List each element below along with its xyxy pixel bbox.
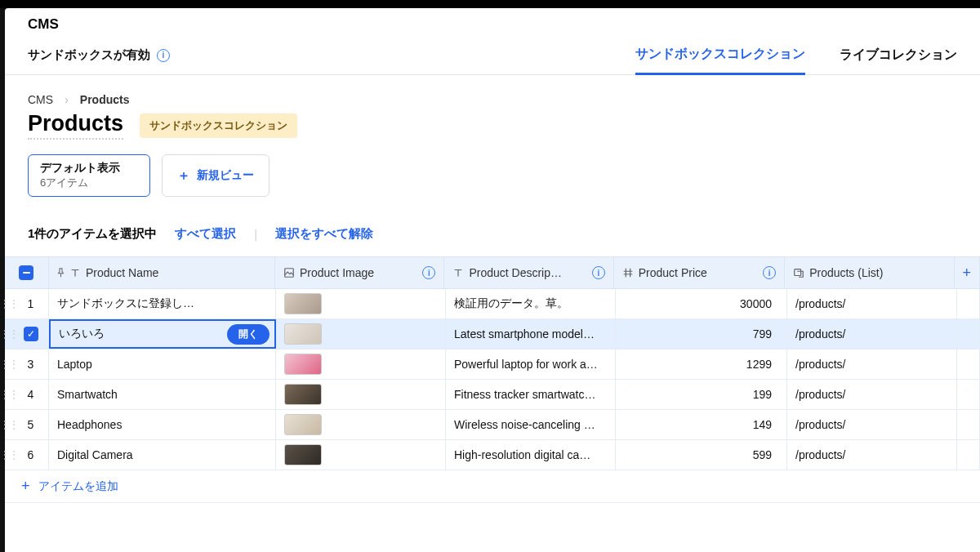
cell-empty	[957, 289, 980, 318]
row-index-cell[interactable]: 5	[13, 410, 49, 439]
cell-description[interactable]: High-resolution digital ca…	[446, 440, 616, 470]
cell-price[interactable]: 1299	[616, 349, 787, 379]
image-thumbnail	[284, 354, 322, 375]
row-index-cell[interactable]: ✓	[13, 319, 49, 349]
header-name[interactable]: Product Name	[49, 257, 275, 288]
drag-handle-icon[interactable]: ⋮⋮	[5, 380, 13, 409]
row-checkbox[interactable]: ✓	[24, 327, 38, 341]
cell-description[interactable]: Latest smartphone model…	[446, 319, 616, 349]
cell-price[interactable]: 30000	[616, 289, 787, 318]
number-type-icon	[622, 267, 634, 278]
header-desc[interactable]: Product Descrip… i	[444, 257, 613, 288]
cell-list[interactable]: /products/	[787, 349, 957, 379]
cell-image[interactable]	[276, 440, 446, 470]
cell-name-value: Laptop	[57, 358, 92, 371]
chevron-right-icon: ›	[65, 93, 69, 106]
cell-image[interactable]	[276, 410, 446, 439]
cell-price[interactable]: 149	[616, 410, 787, 439]
row-number: 3	[28, 358, 34, 371]
cell-description-value: Wireless noise-canceling …	[454, 418, 595, 431]
row-index-cell[interactable]: 6	[13, 440, 49, 470]
cell-description[interactable]: Fitness tracker smartwatc…	[446, 380, 616, 409]
table-row[interactable]: ⋮⋮ 6 Digital Camera High-resolution digi…	[5, 440, 980, 470]
cell-price[interactable]: 799	[616, 319, 787, 349]
cell-image[interactable]	[276, 380, 446, 409]
cell-empty	[957, 410, 980, 439]
row-index-cell[interactable]: 3	[13, 349, 49, 379]
cell-price[interactable]: 599	[616, 440, 787, 470]
cell-list[interactable]: /products/	[787, 440, 957, 470]
header-price[interactable]: Product Price i	[614, 257, 785, 288]
breadcrumb: CMS › Products	[5, 75, 980, 111]
cell-name[interactable]: Digital Camera	[49, 440, 276, 470]
cell-name[interactable]: Laptop	[49, 349, 276, 379]
info-icon[interactable]: i	[422, 266, 435, 279]
tab-sandbox[interactable]: サンドボックスコレクション	[635, 36, 805, 75]
header-list[interactable]: Products (List)	[785, 257, 954, 288]
image-thumbnail	[284, 414, 322, 435]
drag-handle-icon[interactable]: ⋮⋮	[5, 410, 13, 439]
plus-icon: +	[963, 265, 972, 282]
drag-handle-icon[interactable]: ⋮⋮	[5, 319, 13, 349]
table-row[interactable]: ⋮⋮ 1 サンドボックスに登録し… 検証用のデータ。草。 30000 /prod…	[5, 289, 980, 319]
row-index-cell[interactable]: 4	[13, 380, 49, 409]
cell-image[interactable]	[276, 289, 446, 318]
cell-description[interactable]: Wireless noise-canceling …	[446, 410, 616, 439]
cms-panel: CMS サンドボックスが有効 i サンドボックスコレクション ライブコレクション…	[5, 8, 980, 552]
breadcrumb-root[interactable]: CMS	[28, 93, 53, 106]
cell-name[interactable]: Smartwatch	[49, 380, 276, 409]
breadcrumb-current: Products	[80, 93, 130, 106]
text-type-icon	[69, 267, 81, 278]
image-thumbnail	[284, 384, 322, 405]
page-title[interactable]: Products	[28, 111, 123, 140]
data-grid: Product Name Product Image i Product Des…	[5, 256, 980, 503]
cell-name[interactable]: サンドボックスに登録し…	[49, 289, 276, 318]
cell-list[interactable]: /products/	[787, 319, 957, 349]
cell-description[interactable]: 検証用のデータ。草。	[446, 289, 616, 318]
row-number: 4	[28, 388, 34, 401]
cell-image[interactable]	[276, 319, 446, 349]
info-icon[interactable]: i	[157, 49, 170, 62]
row-index-cell[interactable]: 1	[13, 289, 49, 318]
cell-empty	[957, 380, 980, 409]
tab-bar: サンドボックスが有効 i サンドボックスコレクション ライブコレクション	[5, 36, 980, 75]
header-image[interactable]: Product Image i	[275, 257, 444, 288]
table-row[interactable]: ⋮⋮ 4 Smartwatch Fitness tracker smartwat…	[5, 380, 980, 410]
table-row[interactable]: ⋮⋮ 3 Laptop Powerful laptop for work a… …	[5, 349, 980, 380]
table-row[interactable]: ⋮⋮ 5 Headphones Wireless noise-canceling…	[5, 410, 980, 440]
plus-icon: +	[21, 478, 30, 495]
open-button[interactable]: 開く	[227, 324, 270, 345]
cell-description-value: Powerful laptop for work a…	[454, 358, 598, 371]
cell-list[interactable]: /products/	[787, 380, 957, 409]
add-item-row[interactable]: + アイテムを追加	[5, 470, 980, 503]
add-column-button[interactable]: +	[955, 257, 981, 288]
tab-live[interactable]: ライブコレクション	[840, 37, 957, 73]
cell-list[interactable]: /products/	[787, 289, 957, 318]
view-selector[interactable]: デフォルト表示 6アイテム	[28, 154, 150, 197]
header-name-label: Product Name	[86, 266, 158, 279]
drag-handle-icon[interactable]: ⋮⋮	[5, 440, 13, 470]
select-all-checkbox[interactable]	[19, 265, 33, 280]
cell-name[interactable]: Headphones	[49, 410, 276, 439]
divider: |	[254, 227, 257, 241]
image-type-icon	[283, 267, 295, 278]
table-row[interactable]: ⋮⋮ ✓ いろいろ 開く Latest smartphone model… 79…	[5, 319, 980, 349]
drag-handle-icon[interactable]: ⋮⋮	[5, 289, 13, 318]
cell-price[interactable]: 199	[616, 380, 787, 409]
deselect-all-link[interactable]: 選択をすべて解除	[275, 226, 373, 242]
new-view-label: 新規ビュー	[197, 168, 254, 183]
new-view-button[interactable]: ＋ 新規ビュー	[162, 154, 270, 197]
cell-image[interactable]	[276, 349, 446, 379]
header-list-label: Products (List)	[809, 266, 883, 279]
header-desc-label: Product Descrip…	[469, 266, 562, 279]
cell-list[interactable]: /products/	[787, 410, 957, 439]
cell-description-value: 検証用のデータ。草。	[454, 296, 568, 311]
sandbox-status: サンドボックスが有効 i	[28, 47, 170, 63]
info-icon[interactable]: i	[592, 266, 605, 279]
drag-handle-icon[interactable]: ⋮⋮	[5, 349, 13, 379]
info-icon[interactable]: i	[763, 266, 776, 279]
cell-description[interactable]: Powerful laptop for work a…	[446, 349, 616, 379]
cell-empty	[957, 319, 980, 349]
select-all-link[interactable]: すべて選択	[175, 226, 236, 242]
cell-name[interactable]: いろいろ 開く	[49, 319, 276, 349]
